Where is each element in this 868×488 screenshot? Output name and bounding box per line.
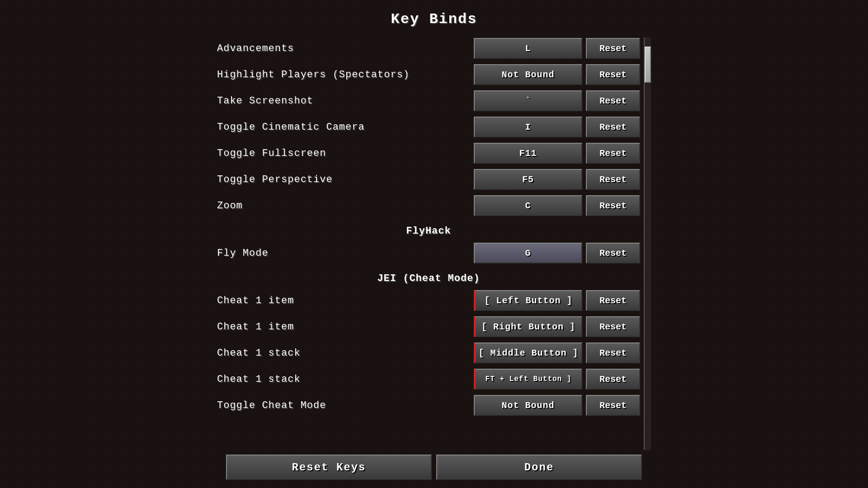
reset-zoom-button[interactable]: Reset	[586, 195, 640, 216]
keybinds-list: Advancements L Reset Highlight Players (…	[217, 37, 644, 450]
scrollbar-track	[644, 38, 651, 450]
keybind-advancements-button[interactable]: L	[474, 38, 582, 59]
keybind-flymode-button[interactable]: G	[474, 243, 582, 263]
keybind-row: Toggle Cheat Mode Not Bound Reset	[217, 394, 640, 417]
keybind-label: Toggle Perspective	[217, 174, 474, 185]
keybind-label: Highlight Players (Spectators)	[217, 69, 474, 80]
keybind-cinematic-button[interactable]: I	[474, 117, 582, 137]
bottom-bar: Reset Keys Done	[226, 455, 642, 482]
keybind-row: Cheat 1 item [ Left Button ] Reset	[217, 289, 640, 312]
keybind-perspective-button[interactable]: F5	[474, 169, 582, 190]
keybind-cheat1item-right-button[interactable]: [ Right Button ]	[474, 316, 582, 337]
reset-highlight-button[interactable]: Reset	[586, 64, 640, 85]
keybind-highlight-button[interactable]: Not Bound	[474, 64, 582, 85]
keybind-row: Take Screenshot ` Reset	[217, 89, 640, 113]
keybind-cheat1stack-middle-button[interactable]: [ Middle Button ]	[474, 343, 582, 363]
keybind-label: Fly Mode	[217, 248, 474, 259]
section-flyhack: FlyHack Fly Mode G Reset	[217, 225, 640, 265]
reset-cheat1item-right-button[interactable]: Reset	[586, 316, 640, 337]
jei-header: JEI (Cheat Mode)	[217, 273, 640, 284]
keybind-cheat1item-left-button[interactable]: [ Left Button ]	[474, 290, 582, 311]
keybind-cheat1stack-ft-button[interactable]: FT + Left Button ]	[474, 369, 582, 389]
reset-cheat1stack-middle-button[interactable]: Reset	[586, 343, 640, 363]
keybind-screenshot-button[interactable]: `	[474, 90, 582, 111]
reset-togglecheat-button[interactable]: Reset	[586, 395, 640, 416]
keybind-fullscreen-button[interactable]: F11	[474, 143, 582, 164]
keybind-row: Cheat 1 item [ Right Button ] Reset	[217, 315, 640, 338]
reset-cinematic-button[interactable]: Reset	[586, 117, 640, 137]
keybind-row: Zoom C Reset	[217, 194, 640, 217]
keybind-label: Zoom	[217, 200, 474, 211]
keybind-label: Toggle Cheat Mode	[217, 400, 474, 411]
keybind-row: Toggle Cinematic Camera I Reset	[217, 115, 640, 139]
keybind-label: Toggle Fullscreen	[217, 148, 474, 159]
reset-flymode-button[interactable]: Reset	[586, 243, 640, 263]
reset-cheat1stack-ft-button[interactable]: Reset	[586, 369, 640, 389]
keybind-label: Cheat 1 item	[217, 295, 474, 306]
reset-screenshot-button[interactable]: Reset	[586, 90, 640, 111]
keybind-label: Cheat 1 item	[217, 321, 474, 333]
reset-perspective-button[interactable]: Reset	[586, 169, 640, 190]
section-jei: JEI (Cheat Mode) Cheat 1 item [ Left But…	[217, 273, 640, 417]
keybind-row: Cheat 1 stack [ Middle Button ] Reset	[217, 341, 640, 365]
keybind-label: Cheat 1 stack	[217, 374, 474, 385]
reset-cheat1item-left-button[interactable]: Reset	[586, 290, 640, 311]
section-general: Advancements L Reset Highlight Players (…	[217, 37, 640, 217]
done-button[interactable]: Done	[436, 455, 642, 480]
keybind-row: Advancements L Reset	[217, 37, 640, 60]
reset-keys-button[interactable]: Reset Keys	[226, 455, 432, 480]
keybind-label: Cheat 1 stack	[217, 347, 474, 359]
keybind-row: Highlight Players (Spectators) Not Bound…	[217, 63, 640, 86]
reset-fullscreen-button[interactable]: Reset	[586, 143, 640, 164]
page-title: Key Binds	[391, 11, 477, 28]
keybind-label: Toggle Cinematic Camera	[217, 122, 474, 133]
keybind-zoom-button[interactable]: C	[474, 195, 582, 216]
keybind-row: Cheat 1 stack FT + Left Button ] Reset	[217, 367, 640, 391]
keybind-label: Advancements	[217, 43, 474, 54]
keybind-label: Take Screenshot	[217, 95, 474, 107]
keybind-row: Fly Mode G Reset	[217, 241, 640, 265]
flyhack-header: FlyHack	[217, 225, 640, 237]
keybind-row: Toggle Perspective F5 Reset	[217, 168, 640, 191]
keybind-togglecheat-button[interactable]: Not Bound	[474, 395, 582, 416]
keybind-row: Toggle Fullscreen F11 Reset	[217, 141, 640, 165]
reset-advancements-button[interactable]: Reset	[586, 38, 640, 59]
scrollbar-thumb[interactable]	[645, 47, 651, 83]
